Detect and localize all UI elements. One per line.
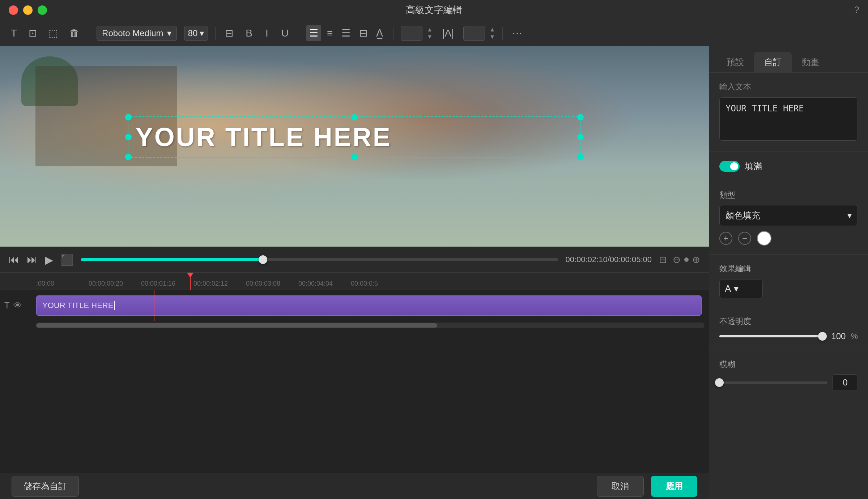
playhead-line: [154, 290, 154, 321]
italic-button[interactable]: I: [263, 25, 271, 41]
close-button[interactable]: [9, 5, 18, 15]
opacity-slider-thumb[interactable]: [818, 332, 827, 341]
toolbar-divider-2: [215, 27, 216, 40]
playback-extra-icons: ⊟ ⊖ ⊕: [659, 254, 700, 265]
zoom-in-icon[interactable]: ⊕: [692, 254, 700, 265]
fill-section: 填滿: [709, 152, 868, 181]
timeline-scrollbar-thumb[interactable]: [36, 323, 437, 328]
track-text-icon[interactable]: T: [4, 300, 10, 311]
blur-slider-track[interactable]: [719, 381, 827, 384]
apply-button[interactable]: 應用: [651, 476, 697, 497]
prev-frame-button[interactable]: ⏭: [27, 253, 38, 266]
zoom-out-icon[interactable]: ⊖: [673, 254, 681, 265]
ruler-mark-1: 00:00:00:20: [89, 280, 141, 287]
handle-top-middle[interactable]: [351, 114, 358, 120]
effect-select[interactable]: A ▾: [719, 279, 763, 298]
handle-top-left[interactable]: [125, 114, 132, 120]
fill-toggle-row: 填滿: [719, 161, 858, 172]
color-add-button[interactable]: +: [719, 232, 732, 245]
zoom-dot: [684, 257, 689, 262]
video-preview: YOUR TITLE HERE: [0, 46, 709, 247]
fit-view-icon[interactable]: ⊟: [659, 254, 667, 265]
font-name-label: Roboto Medium: [102, 28, 163, 38]
handle-top-right[interactable]: [577, 114, 584, 120]
timeline-scrollbar[interactable]: [36, 323, 705, 328]
help-icon[interactable]: ?: [854, 4, 859, 16]
toggle-knob: [730, 162, 738, 170]
delete-tool-icon[interactable]: 🗑: [67, 25, 82, 41]
align-right-button[interactable]: ☰: [339, 25, 353, 41]
progress-fill: [81, 258, 262, 261]
character-spacing-icon[interactable]: ⊟: [223, 25, 235, 41]
text-overlay-container[interactable]: YOUR TITLE HERE: [128, 116, 581, 158]
opacity-slider-track[interactable]: [719, 335, 822, 337]
transform-tool-icon[interactable]: ⊡: [26, 25, 39, 41]
ruler-mark-2: 00:00:01:16: [141, 280, 193, 287]
letter-spacing-spinner[interactable]: ▲▼: [427, 26, 433, 40]
bold-button[interactable]: B: [243, 25, 255, 41]
skip-back-button[interactable]: ⏮: [9, 253, 20, 266]
play-button[interactable]: ▶: [45, 253, 53, 266]
align-center-button[interactable]: ≡: [324, 25, 336, 41]
fill-toggle[interactable]: [719, 161, 740, 172]
toolbar-divider-4: [393, 27, 393, 40]
toolbar-divider-3: [299, 27, 299, 40]
minimize-button[interactable]: [23, 5, 33, 15]
text-input-area[interactable]: YOUR TITLE HERE: [719, 97, 858, 141]
time-display: 00:00:02:10/00:00:05:00: [565, 255, 652, 264]
stop-button[interactable]: ⬛: [60, 253, 74, 266]
text-direction-button[interactable]: A̲: [373, 25, 386, 41]
fill-label: 填滿: [745, 161, 762, 172]
handle-bottom-middle[interactable]: [351, 154, 358, 160]
type-dropdown-chevron: ▾: [847, 210, 852, 221]
handle-bottom-right[interactable]: [577, 154, 584, 160]
font-size-selector[interactable]: 80 ▾: [184, 26, 208, 41]
blur-row: 0: [719, 374, 858, 391]
font-size-chevron: ▾: [200, 28, 204, 38]
save-custom-button[interactable]: 儲存為自訂: [12, 476, 79, 497]
align-justify-button[interactable]: ⊟: [356, 25, 370, 41]
text-tool-icon[interactable]: T: [9, 25, 19, 41]
blur-section: 模糊 0: [709, 350, 868, 400]
font-selector[interactable]: Roboto Medium ▾: [97, 26, 176, 41]
handle-middle-right[interactable]: [577, 134, 584, 140]
blur-slider-thumb[interactable]: [715, 378, 724, 387]
align-left-button[interactable]: ☰: [306, 25, 321, 41]
right-panel: 預設 自訂 動畫 輸入文本 YOUR TITLE HERE 填滿: [709, 46, 868, 499]
ruler-mark-3: 00:00:02:12: [193, 280, 246, 287]
line-height-input[interactable]: 0: [463, 26, 485, 41]
handle-middle-left[interactable]: [125, 134, 132, 140]
timeline-area: :00:00 00:00:00:20 00:00:01:16 00:00:02:…: [0, 273, 709, 473]
timeline-clip[interactable]: YOUR TITLE HERE: [36, 295, 702, 316]
effect-section: 效果編輯 A ▾: [709, 255, 868, 307]
font-selector-chevron: ▾: [167, 28, 171, 38]
handle-bottom-left[interactable]: [125, 154, 132, 160]
color-swatch-white[interactable]: [757, 231, 771, 246]
line-height-spinner[interactable]: ▲▼: [489, 26, 495, 40]
opacity-pct: %: [851, 332, 858, 341]
progress-track[interactable]: [81, 258, 558, 261]
underline-button[interactable]: U: [278, 25, 292, 41]
tab-preset[interactable]: 預設: [716, 52, 754, 72]
type-dropdown[interactable]: 顏色填充 ▾: [719, 205, 858, 226]
color-remove-button[interactable]: −: [738, 232, 751, 245]
more-options-icon[interactable]: ⋯: [510, 25, 524, 41]
tab-custom[interactable]: 自訂: [754, 52, 792, 72]
font-size-value: 80: [188, 28, 198, 38]
video-background: YOUR TITLE HERE: [0, 46, 709, 247]
line-height-icon[interactable]: |A|: [440, 25, 456, 41]
tab-animation[interactable]: 動畫: [792, 52, 829, 72]
letter-spacing-input[interactable]: 0: [401, 26, 422, 41]
main-area: YOUR TITLE HERE ⏮ ⏭ ▶ ⬛ 00:00:02:10/00:0…: [0, 46, 868, 499]
track-visibility-icon[interactable]: 👁: [13, 300, 22, 311]
ruler-mark-5: 00:00:04:04: [298, 280, 351, 287]
window-title: 高級文字編輯: [406, 4, 462, 16]
image-tool-icon[interactable]: ⬚: [46, 25, 60, 41]
progress-thumb[interactable]: [259, 255, 267, 264]
maximize-button[interactable]: [38, 5, 47, 15]
zoom-track[interactable]: ⊖ ⊕: [673, 254, 700, 265]
cancel-button[interactable]: 取消: [597, 476, 644, 497]
bottom-bar: 儲存為自訂 取消 應用: [0, 473, 709, 499]
toolbar-divider-5: [502, 27, 503, 40]
clip-text: YOUR TITLE HERE: [42, 301, 113, 310]
